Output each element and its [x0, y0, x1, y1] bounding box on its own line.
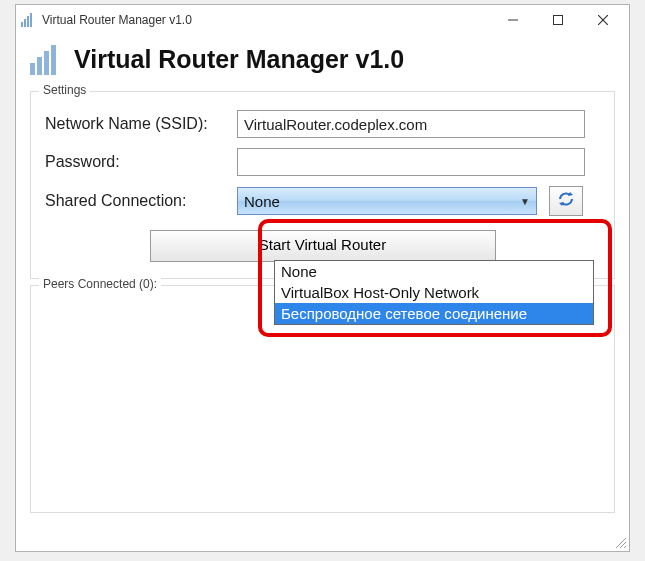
titlebar: Virtual Router Manager v1.0	[16, 5, 629, 35]
password-label: Password:	[45, 153, 237, 171]
app-icon-large	[28, 41, 64, 77]
peers-legend: Peers Connected (0):	[39, 277, 161, 291]
minimize-button[interactable]	[490, 6, 535, 34]
svg-rect-8	[30, 63, 35, 75]
svg-rect-3	[30, 13, 32, 27]
chevron-down-icon: ▼	[520, 196, 530, 207]
shared-connection-dropdown[interactable]: None ▼	[237, 187, 537, 215]
refresh-icon	[557, 190, 575, 212]
app-icon-small	[20, 12, 36, 28]
dropdown-selected-value: None	[244, 193, 280, 210]
settings-group: Settings Network Name (SSID): Password: …	[30, 91, 615, 279]
shared-connection-row: Shared Connection: None ▼	[45, 186, 600, 216]
svg-rect-1	[24, 19, 26, 27]
header: Virtual Router Manager v1.0	[16, 35, 629, 87]
shared-connection-label: Shared Connection:	[45, 192, 237, 210]
refresh-button[interactable]	[549, 186, 583, 216]
dropdown-option-none[interactable]: None	[275, 261, 593, 282]
dropdown-option-wireless[interactable]: Беспроводное сетевое соединение	[275, 303, 593, 324]
svg-rect-5	[553, 16, 562, 25]
svg-line-16	[624, 546, 626, 548]
ssid-label: Network Name (SSID):	[45, 115, 237, 133]
ssid-row: Network Name (SSID):	[45, 110, 600, 138]
svg-rect-11	[51, 45, 56, 75]
svg-rect-0	[21, 22, 23, 27]
svg-rect-2	[27, 16, 29, 27]
app-window: Virtual Router Manager v1.0 Virtual Rout…	[15, 4, 630, 552]
page-title: Virtual Router Manager v1.0	[74, 45, 404, 74]
maximize-button[interactable]	[535, 6, 580, 34]
resize-grip-icon[interactable]	[613, 535, 627, 549]
dropdown-option-virtualbox[interactable]: VirtualBox Host-Only Network	[275, 282, 593, 303]
ssid-input[interactable]	[237, 110, 585, 138]
settings-legend: Settings	[39, 83, 90, 97]
svg-rect-10	[44, 51, 49, 75]
password-input[interactable]	[237, 148, 585, 176]
window-controls	[490, 6, 625, 34]
shared-connection-dropdown-list[interactable]: None VirtualBox Host-Only Network Беспро…	[274, 260, 594, 325]
window-title: Virtual Router Manager v1.0	[42, 13, 192, 27]
password-row: Password:	[45, 148, 600, 176]
svg-rect-9	[37, 57, 42, 75]
close-button[interactable]	[580, 6, 625, 34]
start-button[interactable]: Start Virtual Router	[150, 230, 496, 262]
